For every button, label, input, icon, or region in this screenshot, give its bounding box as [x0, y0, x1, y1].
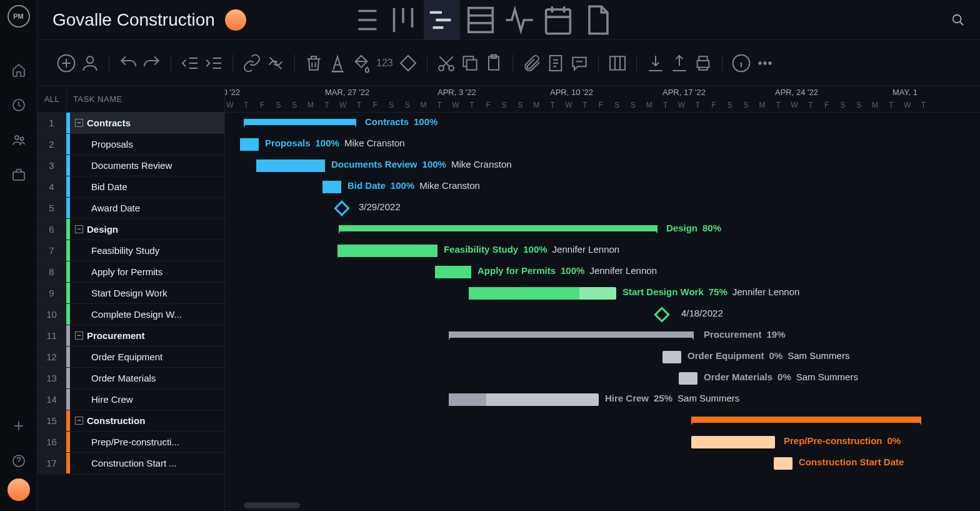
board-view-icon[interactable] — [385, 0, 421, 40]
redo-icon[interactable] — [142, 53, 162, 73]
app-logo[interactable]: PM — [8, 5, 30, 28]
day-letter: W — [565, 101, 572, 109]
row-number: 16 — [38, 432, 66, 452]
day-letter: T — [469, 101, 474, 109]
progress-fill — [449, 393, 486, 406]
task-row[interactable]: 4Bid Date — [38, 176, 224, 198]
col-all[interactable]: ALL — [38, 94, 66, 104]
row-number: 4 — [38, 176, 66, 197]
activity-view-icon[interactable] — [501, 0, 538, 40]
summary-bar[interactable] — [449, 331, 694, 338]
gantt-view-icon[interactable] — [424, 0, 460, 40]
task-row[interactable]: 6−Design — [38, 219, 224, 240]
fill-color-icon[interactable] — [351, 53, 371, 73]
user-avatar[interactable] — [8, 478, 30, 501]
summary-bar[interactable] — [244, 119, 356, 125]
task-row[interactable]: 10Complete Design W... — [38, 304, 224, 325]
cut-icon[interactable] — [436, 53, 456, 73]
row-number: 14 — [38, 389, 66, 410]
copy-icon[interactable] — [460, 53, 480, 73]
collapse-icon[interactable]: − — [75, 119, 83, 127]
row-number: 8 — [38, 261, 66, 282]
notes-icon[interactable] — [546, 53, 566, 73]
list-view-icon[interactable] — [346, 0, 382, 40]
task-bar[interactable] — [662, 351, 681, 363]
task-row[interactable]: 3Documents Review — [38, 155, 224, 176]
attach-icon[interactable] — [522, 53, 542, 73]
task-name: Feasibility Study — [70, 245, 224, 256]
info-icon[interactable] — [731, 53, 751, 73]
bar-label: 3/29/2022 — [359, 201, 401, 212]
task-bar[interactable] — [449, 393, 599, 406]
help-icon[interactable] — [11, 453, 26, 468]
task-row[interactable]: 15−Construction — [38, 410, 224, 432]
gantt-chart[interactable]: , 20 '22MAR, 27 '22APR, 3 '22APR, 10 '22… — [225, 86, 980, 511]
recent-icon[interactable] — [11, 98, 26, 113]
milestone-icon[interactable] — [654, 306, 669, 322]
task-row[interactable]: 12Order Equipment — [38, 347, 224, 368]
search-icon[interactable] — [951, 13, 965, 27]
collapse-icon[interactable]: − — [75, 417, 83, 425]
add-task-icon[interactable] — [56, 53, 76, 73]
row-number: 2 — [38, 134, 66, 154]
link-icon[interactable] — [242, 53, 262, 73]
project-owner-avatar[interactable] — [225, 9, 246, 31]
sheet-view-icon[interactable] — [462, 0, 499, 40]
task-bar[interactable] — [435, 266, 471, 278]
indent-icon[interactable] — [204, 53, 224, 73]
task-row[interactable]: 2Proposals — [38, 134, 224, 155]
task-row[interactable]: 8Apply for Permits — [38, 261, 224, 283]
task-row[interactable]: 1−Contracts — [38, 113, 224, 134]
summary-bar[interactable] — [691, 417, 921, 423]
task-row[interactable]: 14Hire Crew — [38, 389, 224, 410]
gantt-row: Proposals100%Mike Cranston — [225, 134, 980, 155]
bar-label: Contracts100% — [365, 116, 438, 127]
task-bar[interactable] — [691, 436, 775, 448]
day-letter: S — [518, 101, 522, 109]
task-bar[interactable] — [338, 245, 438, 257]
more-icon[interactable] — [755, 53, 775, 73]
task-bar[interactable] — [774, 457, 792, 470]
milestone-shape-icon[interactable] — [398, 53, 418, 73]
task-row[interactable]: 17Construction Start ... — [38, 453, 224, 474]
text-color-icon[interactable] — [328, 53, 348, 73]
unlink-icon[interactable] — [266, 53, 286, 73]
export-icon[interactable] — [669, 53, 689, 73]
task-row[interactable]: 16Prep/Pre-constructi... — [38, 432, 224, 453]
assign-icon[interactable] — [80, 53, 100, 73]
comment-icon[interactable] — [569, 53, 589, 73]
milestone-icon[interactable] — [334, 200, 349, 216]
bar-label: Order Equipment0%Sam Summers — [688, 350, 849, 361]
home-icon[interactable] — [11, 63, 26, 78]
task-bar[interactable] — [240, 138, 259, 151]
columns-icon[interactable] — [608, 53, 628, 73]
portfolio-icon[interactable] — [11, 168, 26, 183]
task-row[interactable]: 11−Procurement — [38, 325, 224, 347]
summary-bar[interactable] — [339, 225, 658, 231]
task-row[interactable]: 5Award Date — [38, 198, 224, 219]
calendar-view-icon[interactable] — [540, 0, 576, 40]
col-task-name[interactable]: TASK NAME — [66, 86, 224, 112]
collapse-icon[interactable]: − — [75, 331, 83, 340]
print-icon[interactable] — [693, 53, 713, 73]
delete-icon[interactable] — [304, 53, 324, 73]
outdent-icon[interactable] — [180, 53, 200, 73]
task-bar[interactable] — [256, 159, 325, 172]
task-row[interactable]: 13Order Materials — [38, 368, 224, 389]
task-bar[interactable] — [322, 181, 341, 193]
week-label: APR, 10 '22 — [550, 88, 593, 97]
task-bar[interactable] — [469, 287, 616, 300]
task-name: Proposals — [70, 139, 224, 149]
task-row[interactable]: 9Start Design Work — [38, 283, 224, 304]
files-view-icon[interactable] — [579, 0, 615, 40]
toolbar-number[interactable]: 123 — [375, 58, 394, 69]
paste-icon[interactable] — [484, 53, 504, 73]
collapse-icon[interactable]: − — [75, 225, 83, 233]
add-icon[interactable] — [11, 418, 26, 433]
import-icon[interactable] — [646, 53, 666, 73]
horizontal-scrollbar[interactable] — [244, 502, 300, 508]
undo-icon[interactable] — [118, 53, 138, 73]
team-icon[interactable] — [11, 133, 26, 148]
task-bar[interactable] — [679, 372, 698, 385]
task-row[interactable]: 7Feasibility Study — [38, 240, 224, 261]
